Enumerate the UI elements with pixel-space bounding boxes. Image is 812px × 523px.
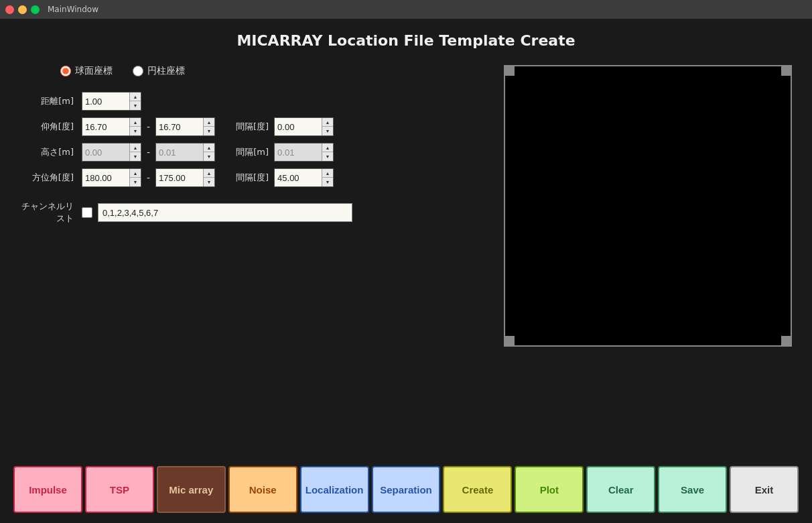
page-title: MICARRAY Location File Template Create — [20, 32, 792, 49]
coordinate-selection: 球面座標 円柱座標 — [60, 65, 490, 77]
azimuth-interval-label: 間隔[度] — [228, 172, 269, 184]
height-interval-input — [275, 143, 322, 161]
corner-tl — [505, 66, 515, 76]
height-from-input — [82, 143, 129, 161]
elevation-to-spinbox: ▲ ▼ — [155, 117, 215, 136]
azimuth-to-arrows: ▲ ▼ — [203, 169, 214, 186]
height-to-spinbox: ▲ ▼ — [155, 143, 215, 162]
elevation-interval-input[interactable] — [275, 118, 322, 135]
elevation-to-up[interactable]: ▲ — [204, 118, 214, 127]
impulse-button[interactable]: Impulse — [13, 466, 82, 513]
height-from-spinbox: ▲ ▼ — [82, 143, 141, 162]
distance-label: 距離[m] — [20, 95, 74, 107]
channel-checkbox[interactable] — [82, 207, 92, 218]
azimuth-from-down[interactable]: ▼ — [130, 178, 141, 186]
distance-down[interactable]: ▼ — [130, 101, 141, 110]
azimuth-dash: - — [147, 172, 150, 183]
elevation-from-spinbox: ▲ ▼ — [82, 117, 141, 136]
distance-up[interactable]: ▲ — [130, 93, 141, 101]
spherical-radio-label[interactable]: 球面座標 — [60, 65, 113, 77]
azimuth-interval-down[interactable]: ▼ — [322, 178, 333, 186]
cylindrical-radio-label[interactable]: 円柱座標 — [133, 65, 185, 77]
spherical-label: 球面座標 — [75, 65, 113, 77]
form-left: 球面座標 円柱座標 距離[m] ▲ ▼ — [20, 65, 490, 347]
height-dash: - — [147, 147, 150, 158]
channel-label: チャンネルリスト — [20, 200, 74, 225]
tsp-button[interactable]: TSP — [85, 466, 154, 513]
azimuth-to-down[interactable]: ▼ — [204, 178, 214, 186]
window-title: MainWindow — [48, 5, 98, 14]
cylindrical-radio[interactable] — [133, 66, 143, 76]
button-bar: ImpulseTSPMic arrayNoiseLocalizationSepa… — [0, 456, 812, 523]
elevation-from-input[interactable] — [82, 118, 129, 135]
corner-tr — [781, 66, 791, 76]
azimuth-to-up[interactable]: ▲ — [204, 169, 214, 178]
distance-spinbox: ▲ ▼ — [82, 92, 141, 111]
azimuth-from-spinbox: ▲ ▼ — [82, 168, 141, 187]
height-from-down: ▼ — [130, 152, 141, 161]
form-area: 球面座標 円柱座標 距離[m] ▲ ▼ — [20, 65, 792, 347]
elevation-interval-spinbox: ▲ ▼ — [274, 117, 334, 136]
channel-input[interactable] — [98, 203, 352, 222]
plot-button[interactable]: Plot — [515, 466, 584, 513]
azimuth-interval-input[interactable] — [275, 169, 322, 186]
elevation-from-arrows: ▲ ▼ — [129, 118, 141, 135]
elevation-to-down[interactable]: ▼ — [204, 127, 214, 135]
elevation-from-up[interactable]: ▲ — [130, 118, 141, 127]
azimuth-from-input[interactable] — [82, 169, 129, 186]
distance-input[interactable] — [82, 93, 129, 110]
azimuth-row: 方位角[度] ▲ ▼ - ▲ ▼ 間隔[度] — [20, 168, 490, 187]
azimuth-to-input[interactable] — [156, 169, 203, 186]
height-to-input — [156, 143, 203, 161]
height-interval-spinbox: ▲ ▼ — [274, 143, 334, 162]
distance-arrows: ▲ ▼ — [129, 93, 141, 110]
azimuth-label: 方位角[度] — [20, 172, 74, 184]
height-label: 高さ[m] — [20, 146, 74, 158]
elevation-interval-arrows: ▲ ▼ — [322, 118, 333, 135]
distance-row: 距離[m] ▲ ▼ — [20, 92, 490, 111]
azimuth-interval-arrows: ▲ ▼ — [322, 169, 333, 186]
corner-bl — [505, 336, 515, 345]
create-button[interactable]: Create — [443, 466, 512, 513]
elevation-row: 仰角[度] ▲ ▼ - ▲ ▼ 間隔[度] — [20, 117, 490, 136]
azimuth-to-spinbox: ▲ ▼ — [155, 168, 215, 187]
height-interval-arrows: ▲ ▼ — [322, 143, 333, 161]
height-interval-up: ▲ — [322, 143, 333, 152]
maximize-button[interactable] — [31, 5, 40, 14]
visualization-canvas — [504, 65, 792, 347]
height-to-down: ▼ — [204, 152, 214, 161]
titlebar: MainWindow — [0, 0, 812, 19]
height-to-arrows: ▲ ▼ — [203, 143, 214, 161]
azimuth-from-arrows: ▲ ▼ — [129, 169, 141, 186]
azimuth-interval-spinbox: ▲ ▼ — [274, 168, 334, 187]
minimize-button[interactable] — [18, 5, 27, 14]
elevation-dash: - — [147, 121, 150, 132]
close-button[interactable] — [5, 5, 14, 14]
main-content: MICARRAY Location File Template Create 球… — [0, 19, 812, 456]
exit-button[interactable]: Exit — [730, 466, 799, 513]
spherical-radio[interactable] — [60, 66, 71, 76]
elevation-label: 仰角[度] — [20, 121, 74, 133]
elevation-from-down[interactable]: ▼ — [130, 127, 141, 135]
separation-button[interactable]: Separation — [372, 466, 441, 513]
channel-row: チャンネルリスト — [20, 200, 490, 225]
micarray-button[interactable]: Mic array — [157, 466, 226, 513]
elevation-to-input[interactable] — [156, 118, 203, 135]
save-button[interactable]: Save — [658, 466, 727, 513]
elevation-interval-down[interactable]: ▼ — [322, 127, 333, 135]
elevation-interval-up[interactable]: ▲ — [322, 118, 333, 127]
height-row: 高さ[m] ▲ ▼ - ▲ ▼ 間隔[m] — [20, 143, 490, 162]
clear-button[interactable]: Clear — [586, 466, 655, 513]
height-from-arrows: ▲ ▼ — [129, 143, 141, 161]
elevation-interval-label: 間隔[度] — [228, 121, 269, 133]
height-interval-down: ▼ — [322, 152, 333, 161]
azimuth-from-up[interactable]: ▲ — [130, 169, 141, 178]
height-from-up: ▲ — [130, 143, 141, 152]
cylindrical-label: 円柱座標 — [147, 65, 185, 77]
localization-button[interactable]: Localization — [300, 466, 369, 513]
height-interval-label: 間隔[m] — [228, 146, 269, 158]
corner-br — [781, 336, 791, 345]
noise-button[interactable]: Noise — [228, 466, 297, 513]
azimuth-interval-up[interactable]: ▲ — [322, 169, 333, 178]
height-to-up: ▲ — [204, 143, 214, 152]
